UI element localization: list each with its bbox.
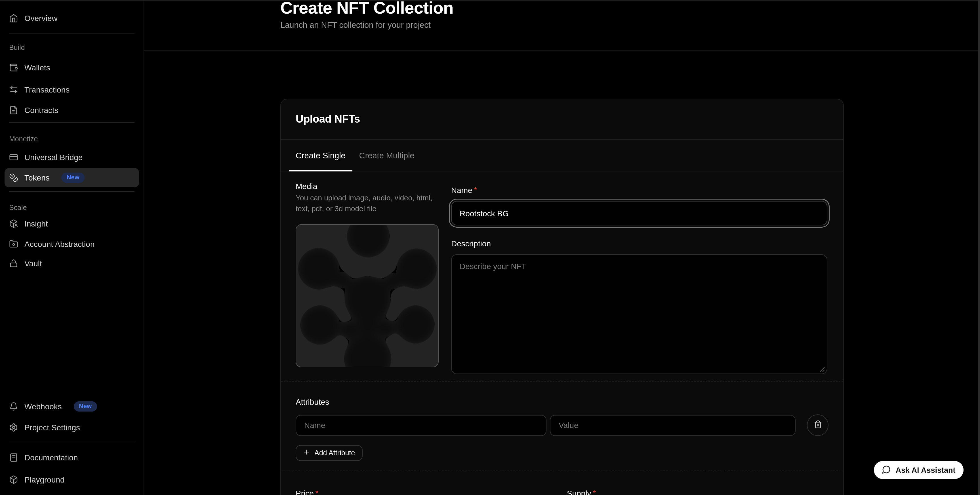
- name-label: Name*: [451, 185, 827, 196]
- credit-card-icon: [9, 153, 18, 162]
- sidebar-item-label: Account Abstraction: [24, 240, 95, 248]
- sidebar-item-label: Contracts: [24, 106, 59, 115]
- sidebar-item-label: Universal Bridge: [24, 153, 83, 162]
- new-badge: New: [62, 173, 84, 183]
- chat-bubble-icon: [882, 465, 891, 476]
- sidebar-divider: [9, 122, 135, 123]
- delete-attribute-button[interactable]: [807, 414, 829, 436]
- attribute-value-input[interactable]: [550, 415, 795, 436]
- header-divider: [144, 50, 980, 51]
- sidebar-divider: [9, 191, 135, 192]
- scrollbar[interactable]: [978, 0, 980, 495]
- sidebar-item-label: Project Settings: [24, 423, 80, 432]
- arrows-left-right-icon: [9, 85, 18, 94]
- sidebar-item-vault[interactable]: Vault: [5, 254, 139, 273]
- card-header: Upload NFTs: [281, 99, 843, 140]
- price-column: Price* Select Token: [296, 471, 557, 495]
- attributes-section: Attributes Add Attribute: [281, 381, 843, 461]
- single-nft-form: Media You can upload image, audio, video…: [296, 172, 829, 376]
- top-divider: [0, 0, 980, 0]
- upload-tabs: Create Single Create Multiple: [281, 140, 843, 172]
- home-icon: [9, 14, 18, 23]
- trash-icon: [813, 420, 822, 430]
- sidebar-item-documentation[interactable]: Documentation: [5, 448, 139, 467]
- sidebar-section-build: Build: [9, 44, 135, 52]
- required-asterisk: *: [474, 186, 477, 194]
- supply-label: Supply*: [567, 488, 829, 495]
- attribute-name-input[interactable]: [296, 415, 547, 436]
- attributes-label: Attributes: [296, 396, 829, 407]
- sidebar: Overview Build Wallets Transactions Cont…: [0, 0, 144, 495]
- main-content: Create NFT Collection Launch an NFT coll…: [144, 0, 980, 495]
- sidebar-item-playground[interactable]: Playground: [5, 470, 139, 489]
- document-icon: [9, 106, 18, 115]
- media-description: You can upload image, audio, video, html…: [296, 193, 439, 214]
- media-label: Media: [296, 180, 439, 192]
- tab-create-multiple[interactable]: Create Multiple: [352, 140, 422, 171]
- sidebar-item-label: Tokens: [24, 173, 50, 182]
- details-column: Name* Description: [451, 180, 827, 376]
- sidebar-item-project-settings[interactable]: Project Settings: [5, 418, 139, 437]
- card-title: Upload NFTs: [296, 113, 360, 126]
- folder-icon: [9, 240, 18, 248]
- price-label: Price*: [296, 488, 557, 495]
- sidebar-item-label: Insight: [24, 219, 48, 228]
- attribute-row: [296, 414, 829, 436]
- description-label: Description: [451, 238, 827, 249]
- sidebar-item-wallets[interactable]: Wallets: [5, 58, 139, 77]
- price-supply-section: Price* Select Token: [281, 471, 843, 495]
- sidebar-section-monetize: Monetize: [9, 135, 135, 143]
- sidebar-section-scale: Scale: [9, 204, 135, 212]
- sidebar-item-label: Overview: [24, 14, 57, 23]
- sidebar-item-label: Transactions: [24, 85, 70, 94]
- package-search-icon: [9, 219, 18, 228]
- media-column: Media You can upload image, audio, video…: [296, 180, 439, 376]
- sidebar-item-universal-bridge[interactable]: Universal Bridge: [5, 148, 139, 167]
- sidebar-item-insight[interactable]: Insight: [5, 214, 139, 233]
- required-asterisk: *: [315, 489, 318, 495]
- supply-column: Supply*: [567, 471, 829, 495]
- coins-icon: [9, 173, 18, 182]
- page-title: Create NFT Collection: [280, 0, 844, 18]
- sidebar-item-tokens[interactable]: Tokens New: [5, 168, 139, 187]
- page-subtitle: Launch an NFT collection for your projec…: [280, 21, 844, 30]
- add-attribute-button[interactable]: Add Attribute: [296, 445, 362, 461]
- tab-create-single[interactable]: Create Single: [289, 140, 352, 171]
- sidebar-item-label: Vault: [24, 259, 42, 268]
- sidebar-item-webhooks[interactable]: Webhooks New: [5, 397, 139, 416]
- wallet-icon: [9, 63, 18, 72]
- name-input[interactable]: [451, 201, 827, 225]
- sidebar-divider: [9, 442, 135, 442]
- description-textarea[interactable]: [451, 254, 827, 374]
- sidebar-item-contracts[interactable]: Contracts: [5, 100, 139, 120]
- sidebar-divider: [9, 33, 135, 33]
- required-asterisk: *: [593, 489, 596, 495]
- cube-icon: [9, 475, 18, 484]
- bell-icon: [9, 402, 18, 411]
- sidebar-item-account-abstraction[interactable]: Account Abstraction: [5, 234, 139, 254]
- nft-dashboard: Overview Build Wallets Transactions Cont…: [0, 0, 980, 495]
- sidebar-item-label: Webhooks: [24, 402, 62, 411]
- book-icon: [9, 453, 18, 462]
- ask-ai-assistant-button[interactable]: Ask AI Assistant: [874, 461, 964, 479]
- upload-nfts-card: Upload NFTs Create Single Create Multipl…: [280, 99, 844, 495]
- media-upload-preview[interactable]: [296, 224, 439, 367]
- new-badge: New: [74, 401, 97, 412]
- sidebar-item-label: Playground: [24, 475, 65, 484]
- sidebar-item-transactions[interactable]: Transactions: [5, 80, 139, 99]
- sidebar-item-label: Wallets: [24, 63, 50, 72]
- resize-grip-icon[interactable]: [819, 366, 825, 372]
- plus-icon: [303, 449, 310, 458]
- lock-icon: [9, 259, 18, 268]
- gear-icon: [9, 423, 18, 432]
- sidebar-item-overview[interactable]: Overview: [5, 8, 139, 28]
- nft-preview-pattern: [296, 225, 438, 367]
- sidebar-item-label: Documentation: [24, 453, 78, 462]
